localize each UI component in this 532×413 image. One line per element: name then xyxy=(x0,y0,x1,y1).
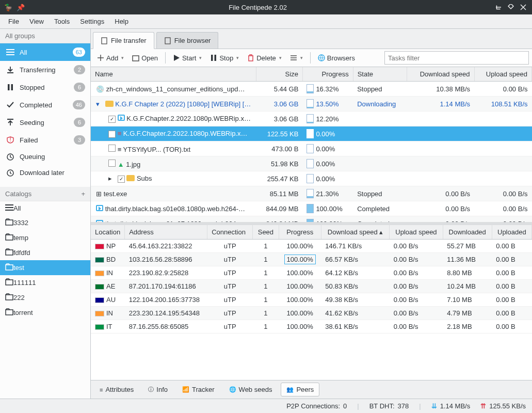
svg-rect-1 xyxy=(11,84,13,90)
checkbox[interactable]: ✓ xyxy=(118,176,125,183)
nav-stopped[interactable]: Stopped6 xyxy=(0,78,90,96)
tasks-grid[interactable]: NameSizeProgressStateDownload speedUploa… xyxy=(91,67,532,222)
start-button[interactable]: Start▾ xyxy=(170,52,205,64)
peer-row[interactable]: IT 87.16.255.68:65085 uTP 1 100.00% 38.6… xyxy=(91,320,532,333)
clock-icon xyxy=(5,153,15,161)
video-icon xyxy=(96,220,103,223)
peer-col-seed[interactable]: Seed xyxy=(253,225,279,240)
svg-rect-6 xyxy=(6,235,13,240)
progress-bar xyxy=(307,174,314,183)
checkbox[interactable]: ✓ xyxy=(108,131,116,138)
menu-help[interactable]: Help xyxy=(109,15,134,27)
nav-completed[interactable]: Completed46 xyxy=(0,96,90,114)
more-button[interactable]: ▾ xyxy=(287,52,306,63)
svg-rect-5 xyxy=(6,220,13,225)
catalog-torrent[interactable]: torrent xyxy=(0,305,90,320)
checkbox[interactable] xyxy=(108,160,116,167)
peer-row[interactable]: NP 45.64.163.221:33822 uTP 1 100.00% 146… xyxy=(91,240,532,253)
detail-tab-peers[interactable]: 👥Peers xyxy=(281,383,319,396)
col-name[interactable]: Name xyxy=(91,67,256,82)
pin-icon[interactable]: 📌 xyxy=(17,4,25,11)
peer-col-connection[interactable]: Connection xyxy=(207,225,253,240)
task-row[interactable]: ⊞ test.exe 85.11 MB 21.30% Stopped 0.00 … xyxy=(91,186,532,201)
detail-tab-tracker[interactable]: 📶Tracker xyxy=(176,383,220,396)
maximize-button[interactable] xyxy=(506,3,515,12)
catalog-temp[interactable]: temp xyxy=(0,230,90,245)
svg-rect-15 xyxy=(211,55,213,61)
task-row[interactable]: ▾ K.G.F Chapter 2 (2022) [1080p] [WEBRip… xyxy=(91,97,532,112)
detail-tab-attributes[interactable]: ≡Attributes xyxy=(94,383,139,396)
peers-grid[interactable]: LocationAddressConnectionSeedProgressDow… xyxy=(91,225,532,380)
col-size[interactable]: Size xyxy=(256,67,302,82)
peer-col-download-speed[interactable]: Download speed ▴ xyxy=(321,225,389,240)
menu-view[interactable]: View xyxy=(24,15,49,27)
catalog-fdfdfd[interactable]: fdfdfd xyxy=(0,245,90,260)
collapse-icon[interactable]: ▾ xyxy=(96,100,103,108)
open-button[interactable]: Open xyxy=(129,52,161,64)
tab-file-transfer[interactable]: File transfer xyxy=(93,32,154,49)
progress-bar xyxy=(307,99,314,108)
menu-file[interactable]: File xyxy=(3,15,24,27)
nav-seeding[interactable]: Seeding6 xyxy=(0,114,90,131)
chevron-down-icon: ▾ xyxy=(121,55,124,60)
detail-tab-info[interactable]: ⓘInfo xyxy=(142,383,173,396)
detail-tab-web-seeds[interactable]: 🌐Web seeds xyxy=(223,383,278,396)
nav-failed[interactable]: !Failed3 xyxy=(0,131,90,149)
task-row[interactable]: that.dirty.black.bag.s01e08.1080p.web.h2… xyxy=(91,201,532,216)
col-download-speed[interactable]: Download speed xyxy=(407,67,474,82)
peer-col-progress[interactable]: Progress xyxy=(279,225,321,240)
catalog-222[interactable]: 222 xyxy=(0,290,90,305)
clock2-icon xyxy=(5,169,15,177)
catalog-test[interactable]: test xyxy=(0,260,90,275)
task-row[interactable]: that.dirty.black.bag.s01e07.1080p.web.h2… xyxy=(91,216,532,223)
task-row[interactable]: ▲ 1.jpg 51.98 KB 0.00% xyxy=(91,156,532,171)
peer-row[interactable]: AU 122.104.200.165:37738 uTP 1 100.00% 4… xyxy=(91,293,532,307)
peer-col-location[interactable]: Location xyxy=(91,225,125,240)
flag-icon xyxy=(95,324,104,330)
peer-row[interactable]: AE 87.201.170.194:61186 uTP 1 100.00% 50… xyxy=(91,280,532,293)
col-upload-speed[interactable]: Upload speed xyxy=(474,67,531,82)
peer-col-upload-speed[interactable]: Upload speed xyxy=(390,225,443,240)
task-row[interactable]: ▸ ✓ Subs 255.47 KB 0.00% xyxy=(91,171,532,186)
delete-button[interactable]: Delete▾ xyxy=(244,52,285,64)
task-row[interactable]: ≡ YTSYifyUP... (TOR).txt 473.00 B 0.00% xyxy=(91,141,532,156)
nav-all[interactable]: All63 xyxy=(0,43,90,61)
peer-col-downloaded[interactable]: Downloaded xyxy=(443,225,492,240)
col-progress[interactable]: Progress xyxy=(302,67,353,82)
task-row[interactable]: ✓ K.G.F.Chapter.2.2022.1080p.WEBRip.x… 3… xyxy=(91,112,532,126)
svg-rect-13 xyxy=(165,38,170,44)
menu-settings[interactable]: Settings xyxy=(75,15,109,27)
tasks-filter-input[interactable] xyxy=(384,51,529,65)
tab-file-browser[interactable]: File browser xyxy=(156,32,219,49)
col-state[interactable]: State xyxy=(353,67,407,82)
nav-download-later[interactable]: Download later xyxy=(0,165,90,181)
peer-row[interactable]: BD 103.216.56.28:58896 uTP 1 100.00% 66.… xyxy=(91,253,532,266)
progress-bar xyxy=(307,204,314,213)
folder-icon xyxy=(5,248,13,257)
app-icon: 🦆 xyxy=(4,4,12,11)
add-catalog-icon[interactable]: + xyxy=(81,190,85,198)
peer-row[interactable]: IN 223.230.124.195:54348 uTP 1 100.00% 4… xyxy=(91,307,532,320)
menu-tools[interactable]: Tools xyxy=(49,15,75,27)
peer-col-uploaded[interactable]: Uploaded xyxy=(492,225,531,240)
catalog-111111[interactable]: 111111 xyxy=(0,275,90,290)
task-row[interactable]: ✓ ≡ K.G.F.Chapter.2.2022.1080p.WEBRip.x…… xyxy=(91,126,532,141)
checkbox[interactable]: ✓ xyxy=(108,116,116,123)
peer-row[interactable]: IN 223.190.82.9:25828 uTP 1 100.00% 64.1… xyxy=(91,266,532,280)
expand-icon[interactable]: ▸ xyxy=(108,174,116,182)
minimize-button[interactable] xyxy=(494,3,503,12)
toolbar: Add▾ Open Start▾ Stop▾ Delete▾ ▾ Browser… xyxy=(91,49,532,67)
browsers-button[interactable]: Browsers xyxy=(315,52,358,64)
peer-col-address[interactable]: Address xyxy=(125,225,207,240)
catalog-all[interactable]: All xyxy=(0,201,90,215)
nav-transferring[interactable]: Transferring2 xyxy=(0,61,90,78)
add-button[interactable]: Add▾ xyxy=(94,52,127,64)
nav-queuing[interactable]: Queuing xyxy=(0,149,90,165)
progress-bar xyxy=(307,159,314,168)
checkbox[interactable] xyxy=(108,145,116,152)
catalog-3332[interactable]: 3332 xyxy=(0,215,90,230)
task-row[interactable]: 💿 zh-cn_windows_11_consumer_editions_upd… xyxy=(91,82,532,97)
flag-icon xyxy=(95,244,104,249)
close-button[interactable] xyxy=(519,3,528,12)
stop-button[interactable]: Stop▾ xyxy=(207,52,242,64)
